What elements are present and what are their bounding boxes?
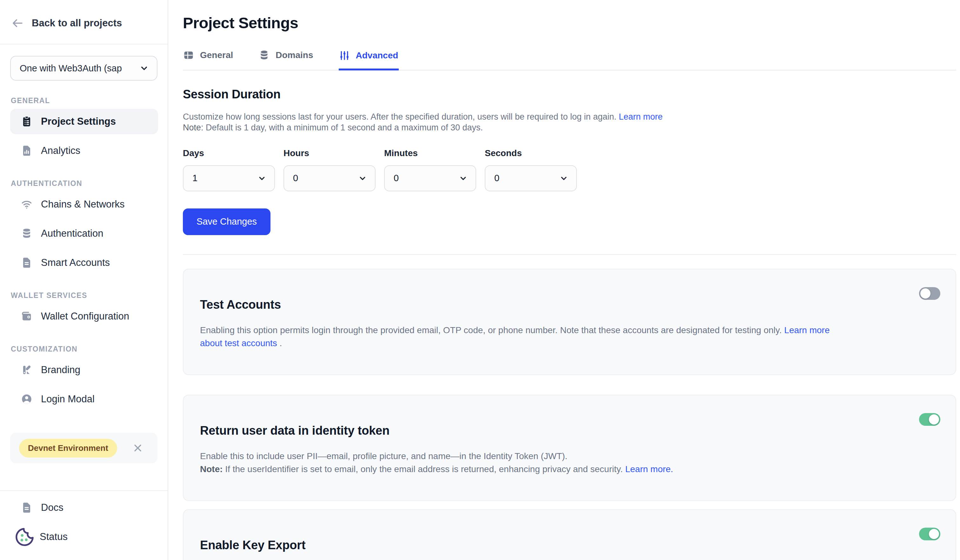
sidebar-item-status[interactable]: Status bbox=[10, 525, 158, 549]
minutes-field: Minutes 0 bbox=[384, 148, 476, 191]
identity-token-card: Return user data in identity token Enabl… bbox=[183, 395, 956, 501]
card-title: Test Accounts bbox=[200, 298, 939, 311]
seconds-label: Seconds bbox=[485, 148, 577, 158]
file-icon bbox=[21, 502, 33, 514]
sidebar-item-label: Docs bbox=[41, 502, 64, 513]
user-circle-icon bbox=[21, 393, 33, 405]
note-text: Default is 1 day, with a minimum of 1 se… bbox=[203, 123, 483, 132]
wifi-icon bbox=[21, 198, 33, 211]
note-text: If the userIdentifier is set to email, o… bbox=[223, 464, 626, 474]
database-icon bbox=[21, 228, 33, 239]
sidebar-item-label: Analytics bbox=[41, 145, 80, 156]
chevron-down-icon bbox=[458, 174, 468, 183]
days-label: Days bbox=[183, 148, 275, 158]
chevron-down-icon bbox=[257, 174, 267, 183]
tab-bar: General Domains Advanced bbox=[183, 49, 956, 70]
brush-icon bbox=[21, 364, 33, 376]
tab-domains[interactable]: Domains bbox=[258, 49, 314, 70]
tab-label: Advanced bbox=[356, 51, 398, 61]
save-changes-button[interactable]: Save Changes bbox=[183, 209, 270, 235]
body-suffix: . bbox=[277, 338, 282, 348]
days-value: 1 bbox=[192, 173, 197, 183]
body-text: Enabling this option permits login throu… bbox=[200, 325, 784, 335]
learn-more-identity-link[interactable]: Learn more. bbox=[625, 464, 673, 474]
sidebar-item-label: Branding bbox=[41, 364, 80, 376]
tab-label: General bbox=[200, 50, 233, 60]
key-export-card: Enable Key Export Allow programmatic key… bbox=[183, 509, 956, 560]
main-content: Project Settings General Domains Advance… bbox=[168, 0, 960, 560]
sidebar-item-analytics[interactable]: Analytics bbox=[10, 138, 158, 163]
note-label: Note: bbox=[200, 464, 223, 474]
sidebar-item-project-settings[interactable]: Project Settings bbox=[10, 109, 158, 134]
description-text: Customize how long sessions last for you… bbox=[183, 112, 616, 121]
duration-fields: Days 1 Hours 0 Minutes 0 Seconds 0 bbox=[183, 148, 956, 191]
hours-value: 0 bbox=[293, 173, 298, 183]
cookie-icon bbox=[14, 526, 35, 547]
test-accounts-toggle[interactable] bbox=[919, 287, 940, 300]
section-label-general: GENERAL bbox=[11, 96, 157, 105]
seconds-value: 0 bbox=[494, 173, 499, 183]
sidebar-item-docs[interactable]: Docs bbox=[10, 495, 158, 520]
database-icon bbox=[258, 49, 270, 61]
sidebar-item-label: Login Modal bbox=[41, 393, 94, 405]
environment-badge: Devnet Environment bbox=[19, 439, 117, 458]
sidebar-item-label: Status bbox=[40, 531, 68, 542]
file-icon bbox=[21, 257, 33, 269]
hours-select[interactable]: 0 bbox=[283, 165, 376, 191]
minutes-value: 0 bbox=[394, 173, 399, 183]
arrow-left-icon bbox=[11, 16, 24, 30]
tab-advanced[interactable]: Advanced bbox=[339, 49, 399, 70]
days-field: Days 1 bbox=[183, 148, 275, 191]
close-icon[interactable] bbox=[132, 442, 144, 454]
wallet-icon bbox=[21, 310, 33, 322]
test-accounts-card: Test Accounts Enabling this option permi… bbox=[183, 269, 956, 375]
sidebar-item-chains-networks[interactable]: Chains & Networks bbox=[10, 191, 158, 217]
session-duration-description: Customize how long sessions last for you… bbox=[183, 112, 956, 133]
key-export-toggle[interactable] bbox=[919, 528, 940, 540]
card-body: Enabling this option permits login throu… bbox=[200, 324, 841, 349]
session-duration-heading: Session Duration bbox=[183, 88, 956, 101]
clipboard-icon bbox=[21, 115, 33, 128]
sidebar-footer-divider bbox=[0, 490, 168, 491]
sidebar-item-label: Smart Accounts bbox=[41, 257, 110, 268]
note-label: Note: bbox=[183, 123, 203, 132]
back-to-projects-link[interactable]: Back to all projects bbox=[0, 0, 168, 44]
sidebar-item-label: Authentication bbox=[41, 228, 103, 239]
identity-token-toggle[interactable] bbox=[919, 413, 940, 426]
sidebar-item-wallet-configuration[interactable]: Wallet Configuration bbox=[10, 304, 158, 329]
tab-label: Domains bbox=[275, 50, 313, 60]
sidebar-item-label: Chains & Networks bbox=[41, 199, 125, 210]
analytics-icon bbox=[21, 145, 33, 157]
tab-general[interactable]: General bbox=[183, 49, 234, 70]
body-text: Enable this to include user PII—email, p… bbox=[200, 451, 567, 461]
back-label: Back to all projects bbox=[32, 18, 122, 29]
section-label-wallet-services: WALLET SERVICES bbox=[11, 291, 157, 300]
sidebar-item-login-modal[interactable]: Login Modal bbox=[10, 386, 158, 412]
hours-field: Hours 0 bbox=[283, 148, 376, 191]
hours-label: Hours bbox=[283, 148, 376, 158]
table-icon bbox=[183, 49, 194, 61]
sidebar-footer: Docs Status bbox=[0, 490, 168, 560]
sidebar-item-smart-accounts[interactable]: Smart Accounts bbox=[10, 250, 158, 275]
page-title: Project Settings bbox=[183, 14, 956, 32]
section-label-customization: CUSTOMIZATION bbox=[11, 345, 157, 353]
section-label-authentication: AUTHENTICATION bbox=[11, 179, 157, 188]
environment-card: Devnet Environment bbox=[10, 433, 157, 463]
project-selector-value: One with Web3Auth (sap bbox=[20, 63, 136, 73]
project-selector[interactable]: One with Web3Auth (sap bbox=[10, 56, 157, 81]
minutes-label: Minutes bbox=[384, 148, 476, 158]
seconds-select[interactable]: 0 bbox=[485, 165, 577, 191]
learn-more-link[interactable]: Learn more bbox=[619, 112, 662, 121]
sidebar-item-authentication[interactable]: Authentication bbox=[10, 221, 158, 246]
card-title: Return user data in identity token bbox=[200, 424, 939, 437]
days-select[interactable]: 1 bbox=[183, 165, 275, 191]
sidebar-item-label: Project Settings bbox=[41, 116, 116, 127]
chevron-down-icon bbox=[358, 174, 367, 183]
sidebar-item-branding[interactable]: Branding bbox=[10, 357, 158, 383]
sidebar: Back to all projects One with Web3Auth (… bbox=[0, 0, 168, 560]
sidebar-divider bbox=[0, 44, 168, 45]
sliders-icon bbox=[339, 50, 350, 61]
minutes-select[interactable]: 0 bbox=[384, 165, 476, 191]
sidebar-item-label: Wallet Configuration bbox=[41, 311, 129, 322]
card-body: Enable this to include user PII—email, p… bbox=[200, 450, 841, 475]
